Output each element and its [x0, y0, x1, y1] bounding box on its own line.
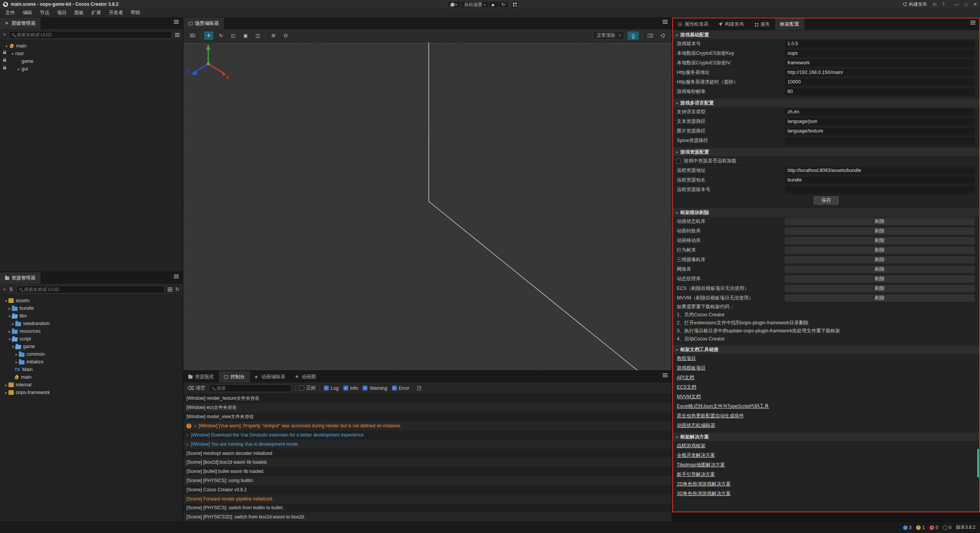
log-row[interactable]: ! › [Scene] [bullet]:bullet wasm lib loa…: [183, 467, 671, 476]
menu-item[interactable]: 扩展: [88, 10, 105, 16]
refresh-icon[interactable]: ↻: [175, 286, 180, 292]
status-badge[interactable]: 1: [916, 525, 925, 530]
field-input[interactable]: framework: [785, 59, 975, 67]
field-input[interactable]: oops: [785, 50, 975, 57]
inspector-tab[interactable]: 构建发布: [714, 18, 749, 30]
panel-menu-icon[interactable]: [970, 22, 975, 23]
filter-icon[interactable]: [168, 289, 172, 290]
chevron-icon[interactable]: [11, 345, 15, 349]
assets-search-input[interactable]: [24, 287, 162, 292]
asset-node[interactable]: initialize: [0, 358, 183, 366]
lock-icon[interactable]: [3, 59, 6, 62]
chevron-icon[interactable]: [10, 52, 15, 56]
remote-load-checkbox[interactable]: [676, 159, 681, 163]
tab-hierarchy[interactable]: 层级管理器: [0, 18, 41, 29]
collapse-log-icon[interactable]: [417, 386, 421, 391]
section-header-docs[interactable]: ▾ 框架文档工具链接: [673, 345, 979, 354]
chevron-icon[interactable]: [14, 352, 19, 356]
hierarchy-node[interactable]: main: [0, 42, 183, 50]
minimize-button[interactable]: —: [954, 2, 959, 7]
field-input[interactable]: 60: [785, 88, 975, 95]
save-button[interactable]: 保存: [814, 196, 838, 204]
scale-tool-button[interactable]: ◱: [229, 31, 238, 40]
remove-module-button[interactable]: 剔除: [785, 266, 975, 273]
tab-assets[interactable]: 资源管理器: [0, 272, 41, 284]
chevron-icon[interactable]: [4, 44, 9, 48]
asset-node[interactable]: oops-framework: [0, 389, 183, 396]
chevron-icon[interactable]: [11, 322, 15, 326]
doc-link[interactable]: MVVM文档: [677, 394, 701, 400]
lock-icon[interactable]: [3, 52, 6, 54]
log-row[interactable]: ! › [Scene] [PHYSICS]: using builtin.: [183, 476, 671, 485]
clear-console-button[interactable]: ⌫ 清空: [187, 385, 205, 391]
doc-link[interactable]: ECS文档: [677, 384, 696, 391]
scene-select[interactable]: 当前场景 ▾: [461, 2, 488, 8]
hierarchy-search-input[interactable]: [16, 32, 169, 38]
status-badge[interactable]: 0: [943, 525, 952, 530]
field-input[interactable]: http://localhost:8083/assets/bundle: [785, 167, 975, 174]
log-row[interactable]: ! › [Window] You are running Vue in deve…: [183, 440, 671, 449]
create-node-button[interactable]: +: [3, 32, 6, 38]
log-row[interactable]: ! › [Scene] Forward render pipeline init…: [183, 494, 671, 504]
doc-link[interactable]: 教程项目: [677, 355, 696, 362]
inspector-tab[interactable]: 服务: [749, 18, 775, 30]
asset-node[interactable]: script: [0, 335, 183, 343]
chevron-icon[interactable]: [4, 299, 8, 303]
panel-menu-icon[interactable]: [174, 276, 179, 277]
asset-node[interactable]: resources: [0, 327, 183, 335]
remove-module-button[interactable]: 剔除: [785, 237, 975, 244]
menu-item[interactable]: 面板: [70, 10, 88, 16]
play-button[interactable]: ▶: [488, 2, 498, 8]
solution-link[interactable]: 2D角色扮演游戏解决方案: [677, 481, 731, 487]
folder-shortcut-icon[interactable]: 🗀: [933, 2, 937, 7]
asset-node[interactable]: bundle: [0, 304, 183, 312]
reload-button[interactable]: ↻: [498, 2, 508, 8]
log-filter-checkbox[interactable]: Error: [392, 386, 410, 391]
dimension-toggle[interactable]: 3D: [187, 31, 198, 40]
solution-link[interactable]: 全栈开发解决方案: [677, 452, 715, 459]
log-row[interactable]: ! › [Window] Download the Vue Devtools e…: [183, 430, 671, 440]
chevron-icon[interactable]: [16, 67, 21, 71]
solution-link[interactable]: 3D角色扮演游戏解决方案: [677, 490, 731, 497]
field-input[interactable]: language/texture: [785, 128, 975, 135]
asset-node[interactable]: common: [0, 350, 183, 358]
expand-chevron-icon[interactable]: ›: [186, 442, 188, 446]
remove-module-button[interactable]: 剔除: [785, 218, 975, 225]
chevron-icon[interactable]: [4, 383, 8, 387]
panel-menu-icon[interactable]: [663, 375, 668, 376]
asset-node[interactable]: Main: [0, 366, 183, 373]
solution-link[interactable]: 战棋游戏框架: [677, 443, 706, 449]
log-filter-checkbox[interactable]: Warning: [363, 386, 387, 391]
console-tab[interactable]: 动画图: [290, 371, 321, 383]
asset-node[interactable]: internal: [0, 381, 183, 389]
remove-module-button[interactable]: 剔除: [785, 275, 975, 283]
remove-module-button[interactable]: 剔除: [785, 285, 975, 292]
field-input[interactable]: http://192.168.0.150/main/: [785, 69, 975, 76]
field-input[interactable]: language/json: [785, 118, 975, 125]
rotate-tool-button[interactable]: ↻: [216, 31, 225, 40]
section-header-res[interactable]: ▾ 游戏资源配置: [673, 148, 979, 156]
log-row[interactable]: ! › [Scene] Cocos Creator v3.8.2: [183, 485, 671, 494]
hierarchy-node[interactable]: root: [0, 50, 183, 57]
solution-link[interactable]: Tiledmap地图解决方案: [677, 462, 725, 468]
inspector-tab[interactable]: 框架配置: [775, 18, 804, 30]
asset-node[interactable]: libs: [0, 312, 183, 320]
log-filter-checkbox[interactable]: Info: [343, 386, 358, 391]
hierarchy-node[interactable]: game: [0, 57, 183, 65]
rect-tool-button[interactable]: ▣: [241, 31, 250, 40]
asset-node[interactable]: game: [0, 343, 183, 350]
field-input[interactable]: [785, 137, 975, 144]
status-badge[interactable]: 3: [903, 525, 912, 530]
doc-link[interactable]: 原生包热更新配置自动生成插件: [677, 413, 744, 419]
maximize-button[interactable]: □: [965, 2, 967, 7]
asset-node[interactable]: assets: [0, 297, 183, 304]
panel-menu-icon[interactable]: [174, 21, 179, 22]
console-tab[interactable]: 资源预览: [183, 371, 219, 383]
field-input[interactable]: 1.0.5: [785, 40, 975, 47]
remove-module-button[interactable]: 剔除: [785, 294, 975, 302]
console-tab[interactable]: 动画编辑器: [250, 371, 291, 383]
chevron-icon[interactable]: [7, 306, 12, 311]
scrollbar-thumb[interactable]: [977, 449, 979, 477]
doc-link[interactable]: 动画状态机编辑器: [677, 422, 715, 429]
field-input[interactable]: [785, 186, 975, 193]
